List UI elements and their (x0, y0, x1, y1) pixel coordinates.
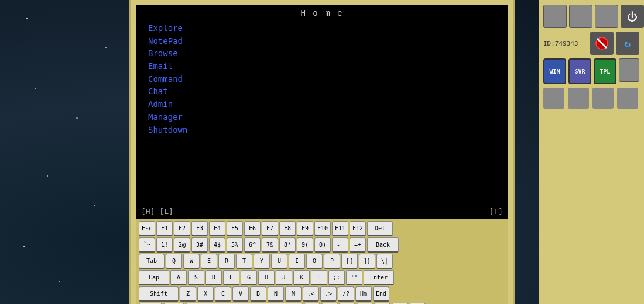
key-P[interactable]: P (324, 254, 340, 269)
key-B[interactable]: B (250, 286, 266, 302)
key-X[interactable]: X (197, 286, 214, 302)
key-3_[interactable]: 3# (191, 237, 208, 253)
menu-item-manager[interactable]: Manager (148, 111, 496, 124)
key-__[interactable]: '" (346, 270, 362, 285)
refresh-button[interactable]: ↻ (616, 32, 639, 55)
key-6_[interactable]: 6^ (244, 237, 261, 253)
key-2_[interactable]: 2@ (174, 237, 190, 253)
top-buttons-grid: ⏻ (543, 5, 639, 28)
key-G[interactable]: G (241, 270, 257, 285)
key-__[interactable]: ]} (359, 254, 375, 269)
kb-row-3: CapASDFGHJKL;:'"Enter (139, 270, 505, 285)
status-left: [H] [L] (141, 207, 173, 216)
key-T[interactable]: T (236, 254, 252, 269)
key-F2[interactable]: F2 (174, 221, 190, 236)
red-circle-button[interactable] (590, 32, 614, 55)
key-F1[interactable]: F1 (156, 221, 173, 236)
key-7_[interactable]: 7& (262, 237, 278, 253)
kb-row-2: TabQWERTYUIOP[{]}\| (139, 254, 505, 269)
key-Cap[interactable]: Cap (139, 270, 169, 285)
rp-btn-1[interactable] (543, 5, 567, 28)
key-F5[interactable]: F5 (227, 221, 243, 236)
key-Tab[interactable]: Tab (139, 254, 165, 269)
menu-item-email[interactable]: Email (148, 60, 496, 73)
key-Enter[interactable]: Enter (364, 270, 394, 285)
terminal-container: H o m e ExploreNotePadBrowseEmailCommand… (129, 0, 515, 304)
key-C[interactable]: C (215, 286, 231, 302)
menu-item-chat[interactable]: Chat (148, 85, 496, 98)
win-icon[interactable]: WIN (543, 58, 566, 84)
id-label: ID:749343 (543, 40, 578, 47)
key-W[interactable]: W (183, 254, 200, 269)
key-0_[interactable]: 0) (314, 237, 331, 253)
key-Esc[interactable]: Esc (139, 221, 155, 236)
menu-area: ExploreNotePadBrowseEmailCommandChatAdmi… (136, 18, 508, 141)
key-F3[interactable]: F3 (191, 221, 208, 236)
key-F10[interactable]: F10 (314, 221, 331, 236)
key-8_[interactable]: 8* (279, 237, 296, 253)
svr-icon[interactable]: SVR (568, 58, 591, 84)
key-D[interactable]: D (205, 270, 222, 285)
key-End[interactable]: End (373, 286, 389, 302)
rp-btn-3[interactable] (595, 5, 618, 28)
key-__[interactable]: .> (320, 286, 337, 302)
key-I[interactable]: I (289, 254, 305, 269)
key-R[interactable]: R (218, 254, 235, 269)
rp-btn-2[interactable] (569, 5, 592, 28)
key-F8[interactable]: F8 (279, 221, 296, 236)
key-U[interactable]: U (271, 254, 287, 269)
key-O[interactable]: O (306, 254, 323, 269)
key-Shift[interactable]: Shift (139, 286, 179, 302)
menu-item-explore[interactable]: Explore (148, 22, 496, 35)
key-F12[interactable]: F12 (350, 221, 366, 236)
key-Hm[interactable]: Hm (355, 286, 372, 302)
key-Del[interactable]: Del (367, 221, 393, 236)
key-Y[interactable]: Y (254, 254, 270, 269)
key-A[interactable]: A (170, 270, 187, 285)
key-Back[interactable]: Back (367, 237, 399, 253)
rp-small-1[interactable] (543, 88, 564, 109)
key-__[interactable]: `~ (139, 237, 155, 253)
menu-item-browse[interactable]: Browse (148, 47, 496, 60)
key-F7[interactable]: F7 (262, 221, 278, 236)
key-1_[interactable]: 1! (156, 237, 173, 253)
key-V[interactable]: V (232, 286, 249, 302)
rp-small-2[interactable] (568, 88, 589, 109)
key-__[interactable]: [{ (341, 254, 358, 269)
kb-row-4: ShiftZXCVBNM,<.>/?HmEnd (139, 286, 505, 302)
key-Z[interactable]: Z (180, 286, 196, 302)
key-__[interactable]: \| (376, 254, 393, 269)
key-F6[interactable]: F6 (244, 221, 261, 236)
key-5_[interactable]: 5% (227, 237, 243, 253)
key-Q[interactable]: Q (166, 254, 182, 269)
key-F4[interactable]: F4 (209, 221, 225, 236)
key-__[interactable]: -_ (332, 237, 348, 253)
rp-btn-extra[interactable] (619, 58, 639, 82)
key-__[interactable]: ;: (328, 270, 345, 285)
power-button[interactable]: ⏻ (621, 5, 644, 28)
key-__[interactable]: /? (338, 286, 354, 302)
key-K[interactable]: K (293, 270, 310, 285)
rp-small-3[interactable] (592, 88, 614, 109)
key-4_[interactable]: 4$ (209, 237, 225, 253)
key-F11[interactable]: F11 (332, 221, 348, 236)
menu-item-admin[interactable]: Admin (148, 98, 496, 111)
kb-row-1: `~1!2@3#4$5%6^7&8*9(0)-_=+Back (139, 237, 505, 253)
key-F9[interactable]: F9 (297, 221, 313, 236)
menu-item-command[interactable]: Command (148, 73, 496, 86)
rp-small-4[interactable] (617, 88, 638, 109)
key-__[interactable]: ,< (303, 286, 319, 302)
key-__[interactable]: =+ (350, 237, 366, 253)
menu-item-shutdown[interactable]: Shutdown (148, 124, 496, 137)
key-F[interactable]: F (223, 270, 239, 285)
key-L[interactable]: L (311, 270, 327, 285)
key-E[interactable]: E (201, 254, 217, 269)
key-N[interactable]: N (268, 286, 284, 302)
key-J[interactable]: J (276, 270, 292, 285)
key-S[interactable]: S (188, 270, 204, 285)
key-M[interactable]: M (285, 286, 302, 302)
key-9_[interactable]: 9( (297, 237, 313, 253)
menu-item-notepad[interactable]: NotePad (148, 35, 496, 48)
key-H[interactable]: H (258, 270, 275, 285)
tpl-icon[interactable]: TPL (594, 58, 616, 84)
